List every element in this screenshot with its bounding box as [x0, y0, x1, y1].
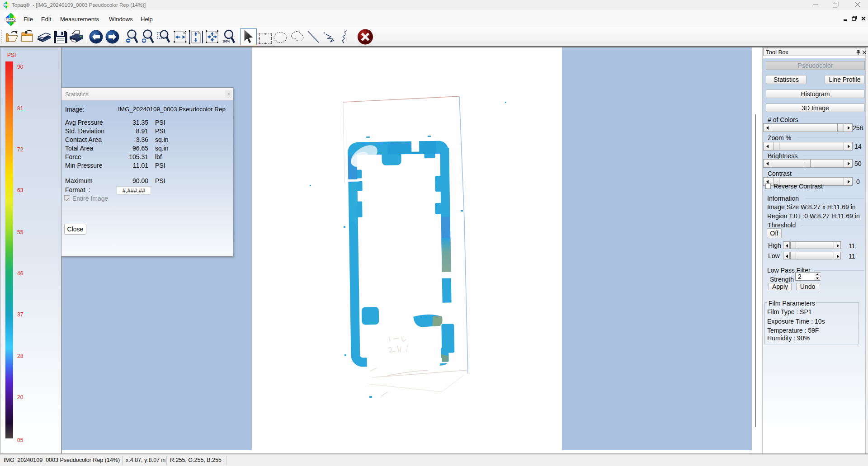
svg-text:TOPAQ: TOPAQ	[6, 18, 16, 21]
svg-text:100%: 100%	[222, 40, 230, 43]
